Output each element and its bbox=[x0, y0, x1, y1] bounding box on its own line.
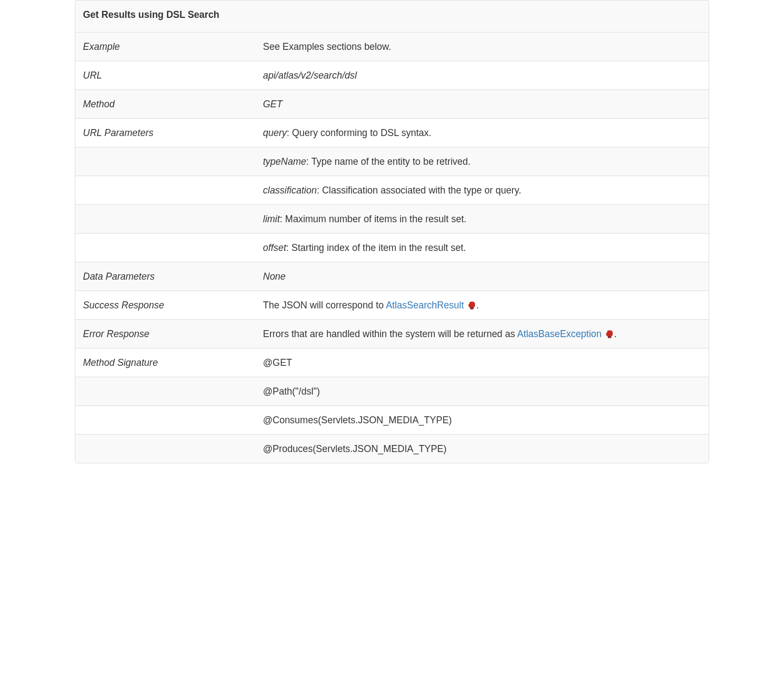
link-atlas-base-exception[interactable]: AtlasBaseException bbox=[517, 328, 614, 339]
row-value-sig-2: @Consumes(Servlets.JSON_MEDIA_TYPE) bbox=[255, 406, 709, 435]
row-value-url: api/atlas/v2/search/dsl bbox=[255, 61, 709, 90]
param-desc: : Maximum number of items in the result … bbox=[280, 214, 466, 224]
row-value-sig-1: @Path("/dsl") bbox=[255, 377, 709, 406]
row-label-data-params: Data Parameters bbox=[75, 262, 255, 291]
row-value-url-param-0: query: Query conforming to DSL syntax. bbox=[255, 119, 709, 147]
row-value-data-params: None bbox=[255, 262, 709, 291]
row-label-success: Success Response bbox=[75, 291, 255, 320]
param-desc: : Starting index of the item in the resu… bbox=[286, 242, 466, 253]
row-label-sig: Method Signature bbox=[75, 349, 255, 377]
row-label-url: URL bbox=[75, 61, 255, 90]
row-label-error: Error Response bbox=[75, 320, 255, 349]
row-value-example: See Examples sections below. bbox=[255, 33, 709, 61]
param-name: query bbox=[263, 127, 287, 138]
param-name: limit bbox=[263, 214, 280, 224]
param-name: offset bbox=[263, 242, 286, 253]
table-title: Get Results using DSL Search bbox=[83, 9, 220, 20]
boxing-glove-icon bbox=[467, 301, 476, 309]
row-value-url-param-2: classification: Classification associate… bbox=[255, 176, 709, 205]
row-value-error: Errors that are handled within the syste… bbox=[255, 320, 709, 349]
row-value-url-param-3: limit: Maximum number of items in the re… bbox=[255, 205, 709, 234]
link-atlas-search-result[interactable]: AtlasSearchResult bbox=[386, 300, 477, 311]
row-value-url-param-4: offset: Starting index of the item in th… bbox=[255, 234, 709, 262]
row-label-example: Example bbox=[75, 33, 255, 61]
api-detail-table: Get Results using DSL Search Example See… bbox=[75, 0, 709, 463]
row-value-method: GET bbox=[255, 90, 709, 119]
row-label-url-params: URL Parameters bbox=[75, 119, 255, 147]
row-value-sig-0: @GET bbox=[255, 349, 709, 377]
param-desc: : Type name of the entity to be retrived… bbox=[306, 156, 471, 167]
row-value-sig-3: @Produces(Servlets.JSON_MEDIA_TYPE) bbox=[255, 435, 709, 463]
row-value-success: The JSON will correspond to AtlasSearchR… bbox=[255, 291, 709, 320]
param-name: typeName bbox=[263, 156, 306, 167]
row-value-url-param-1: typeName: Type name of the entity to be … bbox=[255, 147, 709, 176]
param-desc: : Query conforming to DSL syntax. bbox=[287, 127, 432, 138]
row-label-method: Method bbox=[75, 90, 255, 119]
param-name: classification bbox=[263, 185, 317, 196]
param-desc: : Classification associated with the typ… bbox=[317, 185, 521, 196]
boxing-glove-icon bbox=[605, 330, 614, 338]
